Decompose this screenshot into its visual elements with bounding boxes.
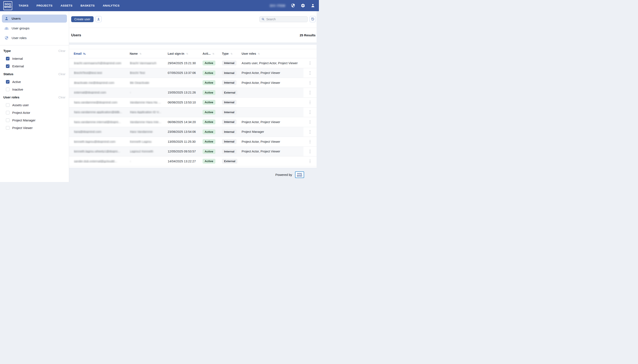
- checkbox-unchecked[interactable]: [6, 126, 10, 130]
- kebab-menu-icon[interactable]: [304, 101, 316, 104]
- last-sign-in: 13/05/2025 11:25:30: [168, 140, 202, 143]
- table-row[interactable]: kenneth.lagrou@doqmind.comKenneth Lagrou…: [69, 137, 316, 147]
- column-header-last-sign-in[interactable]: Last sign-in: [168, 52, 202, 55]
- clear-filter-link[interactable]: Clear: [58, 72, 66, 76]
- column-header-email[interactable]: Email: [74, 52, 130, 55]
- kebab-menu-icon[interactable]: [304, 130, 316, 134]
- type-cell: Internal: [222, 139, 242, 144]
- table-row[interactable]: hara.vandamme.internal@doqmi...Vandamme …: [69, 117, 316, 127]
- checkbox-checked[interactable]: [6, 64, 10, 68]
- clear-filter-link[interactable]: Clear: [58, 49, 66, 52]
- filter-option-internal[interactable]: Internal: [4, 56, 66, 61]
- filter-option-external[interactable]: External: [4, 64, 66, 68]
- kebab-menu-icon[interactable]: [304, 160, 316, 163]
- row-actions: [304, 91, 316, 94]
- last-sign-in: 23/06/2025 13:54:06: [168, 130, 202, 134]
- filter-option-label: Project Viewer: [12, 126, 32, 130]
- navbar-right: DIV ITEM: [270, 4, 315, 8]
- type-badge: Internal: [222, 100, 236, 105]
- results-header: Users 25 Results: [69, 28, 316, 42]
- app-logo-line1: DOQ: [5, 3, 11, 6]
- search-input[interactable]: [266, 18, 306, 21]
- column-label: Last sign-in: [168, 52, 184, 55]
- kebab-menu-icon[interactable]: [304, 120, 316, 124]
- filter-option-label: Active: [12, 80, 21, 84]
- sidebar-item-user-groups[interactable]: User groups: [2, 24, 67, 32]
- checkbox-checked[interactable]: [6, 57, 10, 60]
- nav-item-analytics[interactable]: ANALYTICS: [103, 4, 120, 7]
- sort-icon: [230, 52, 233, 55]
- kebab-menu-icon[interactable]: [304, 150, 316, 153]
- filter-header: TypeClear: [4, 49, 66, 53]
- filter-option-project-viewer[interactable]: Project Viewer: [4, 125, 66, 130]
- app-logo[interactable]: DOQ MIND: [4, 1, 12, 10]
- kebab-menu-icon[interactable]: [304, 71, 316, 75]
- row-actions: [304, 120, 316, 124]
- filter-option-project-actor[interactable]: Project Actor: [4, 110, 66, 115]
- filter-option-active[interactable]: Active: [4, 79, 66, 84]
- nav-item-projects[interactable]: PROJECTS: [36, 4, 52, 7]
- gear-icon[interactable]: [301, 4, 305, 8]
- create-user-button[interactable]: Create user: [71, 16, 94, 22]
- user-name-redacted: Brecht Test: [130, 71, 168, 74]
- kebab-menu-icon[interactable]: [304, 91, 316, 94]
- checkbox-unchecked[interactable]: [6, 103, 10, 107]
- user-email-redacted: hara.vandamme.internal@doqmi...: [74, 120, 130, 124]
- table-row[interactable]: external@doqmind.com-15/05/2025 13:21:26…: [69, 88, 316, 98]
- column-header-type[interactable]: Type: [222, 52, 242, 55]
- table-row[interactable]: bracht.vanmaarsch@doqmind.comBracht Vanm…: [69, 58, 316, 68]
- table-row[interactable]: kenneth.lagrou.wheely1@doqmi...Lagrou2 K…: [69, 147, 316, 157]
- status-cell: Active: [202, 110, 222, 115]
- user-name-redacted: Me Deactivate: [130, 81, 168, 84]
- column-header-user-roles[interactable]: User roles: [242, 52, 304, 55]
- filter-option-label: Internal: [12, 57, 23, 60]
- status-badge: Active: [202, 100, 216, 105]
- download-icon[interactable]: [96, 16, 102, 22]
- kebab-menu-icon[interactable]: [304, 140, 316, 144]
- kebab-menu-icon[interactable]: [304, 81, 316, 85]
- checkbox-checked[interactable]: [6, 80, 10, 84]
- kebab-menu-icon[interactable]: [304, 110, 316, 114]
- nav-item-assets[interactable]: ASSETS: [60, 4, 72, 7]
- kebab-menu-icon[interactable]: [304, 62, 316, 65]
- doqmind-logo: DOQ MIND: [295, 172, 304, 178]
- status-badge: Active: [202, 90, 216, 95]
- row-actions: [304, 101, 316, 104]
- history-icon[interactable]: [310, 16, 316, 22]
- table-row[interactable]: hara.vandamme@doqmind.comVandamme Hara H…: [69, 98, 316, 108]
- checkbox-unchecked[interactable]: [6, 118, 10, 122]
- filter-title: Status: [4, 72, 13, 76]
- search-box[interactable]: [259, 16, 308, 22]
- table-row[interactable]: deactivate.me@doqmind.comMe DeactivateAc…: [69, 78, 316, 88]
- nav-item-baskets[interactable]: BASKETS: [80, 4, 94, 7]
- row-actions: [304, 110, 316, 114]
- table-row[interactable]: hara@doqmind.comHara Vandamme23/06/2025 …: [69, 127, 316, 137]
- column-header-acti[interactable]: Acti...: [202, 52, 222, 55]
- sidebar-item-users[interactable]: Users: [2, 14, 67, 22]
- status-cell: Active: [202, 120, 222, 124]
- table-row[interactable]: BrechtTest@test.testBrecht Test07/05/202…: [69, 68, 316, 78]
- type-cell: Internal: [222, 60, 242, 66]
- type-cell: Internal: [222, 80, 242, 85]
- filter-option-assets-user[interactable]: Assets user: [4, 102, 66, 108]
- checkbox-unchecked[interactable]: [6, 88, 10, 91]
- status-cell: Active: [202, 149, 222, 154]
- user-icon[interactable]: [311, 4, 315, 8]
- nav-item-tasks[interactable]: TASKS: [18, 4, 28, 7]
- user-email-redacted: kenneth.lagrou@doqmind.com: [74, 140, 130, 143]
- column-label: Type: [222, 52, 229, 55]
- user-roles-cell: Project Manager: [242, 130, 304, 134]
- column-header-name[interactable]: Name: [130, 52, 168, 55]
- status-badge: Active: [202, 139, 216, 144]
- status-cell: Active: [202, 100, 222, 105]
- user-name-redacted: Kenneth Lagrou: [130, 140, 168, 143]
- sidebar-item-user-roles[interactable]: User roles: [2, 34, 67, 42]
- table-row[interactable]: hara.vandamme.application@ddb...Hara App…: [69, 108, 316, 118]
- shield-icon[interactable]: [291, 4, 295, 8]
- filter-option-project-manager[interactable]: Project Manager: [4, 118, 66, 123]
- user-icon: [4, 16, 9, 21]
- table-row[interactable]: sander.dub.external@gcloudd...-14/04/202…: [69, 156, 316, 166]
- filter-option-inactive[interactable]: Inactive: [4, 87, 66, 92]
- clear-filter-link[interactable]: Clear: [58, 96, 66, 99]
- checkbox-unchecked[interactable]: [6, 111, 10, 114]
